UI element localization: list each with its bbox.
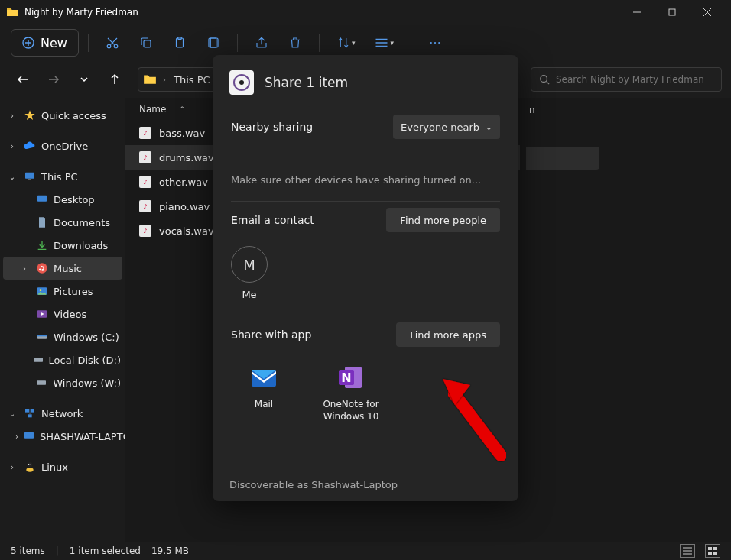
navigation-pane: ›Quick access ›OneDrive ⌄This PC Desktop… [0, 98, 125, 542]
delete-button[interactable] [281, 29, 310, 57]
onenote-icon: N [336, 362, 366, 393]
titlebar: Night by Marty Friedman [0, 0, 731, 24]
forward-button[interactable] [40, 66, 67, 93]
svg-rect-32 [708, 547, 712, 550]
column-name-label: Name [139, 104, 166, 115]
sidebar-label: Windows (W:) [53, 377, 121, 389]
svg-rect-24 [25, 409, 29, 413]
breadcrumb-this-pc[interactable]: This PC [172, 74, 212, 86]
documents-icon [35, 215, 49, 229]
sidebar-item-pictures[interactable]: Pictures [0, 280, 125, 303]
svg-rect-34 [708, 552, 712, 555]
sidebar-item-windows-c[interactable]: Windows (C:) [0, 325, 125, 348]
sidebar-item-music[interactable]: ›Music [3, 257, 122, 280]
more-button[interactable] [421, 29, 450, 57]
share-panel: Share 1 item Nearby sharing Everyone nea… [213, 55, 518, 501]
sidebar-item-videos[interactable]: Videos [0, 303, 125, 325]
svg-rect-0 [669, 9, 675, 15]
mail-icon [249, 362, 279, 393]
toolbar-separator [88, 34, 89, 52]
sidebar-item-onedrive[interactable]: ›OneDrive [0, 134, 125, 157]
back-button[interactable] [9, 66, 37, 93]
svg-point-12 [541, 76, 547, 83]
share-app-mail[interactable]: Mail [231, 362, 297, 422]
videos-icon [35, 307, 49, 321]
svg-point-11 [438, 42, 440, 44]
sort-button[interactable]: ▾ [329, 29, 363, 57]
svg-point-29 [26, 468, 33, 471]
share-button[interactable] [247, 29, 276, 57]
sidebar-item-documents[interactable]: Documents [0, 211, 125, 234]
toolbar-separator [411, 34, 411, 52]
drive-icon [32, 353, 44, 367]
sidebar-item-network[interactable]: ⌄Network [0, 402, 125, 425]
contact-me[interactable]: M Me [231, 246, 268, 300]
drive-icon [35, 330, 49, 344]
close-button[interactable] [690, 0, 725, 24]
cut-button[interactable] [98, 29, 127, 57]
pictures-icon [35, 284, 49, 298]
audio-file-icon: ♪ [139, 225, 151, 237]
find-more-people-button[interactable]: Find more people [386, 208, 500, 232]
sidebar-item-shashwat-laptop[interactable]: ›SHASHWAT-LAPTOP [0, 425, 125, 448]
window-title: Night by Marty Friedman [24, 7, 619, 18]
svg-point-30 [28, 464, 29, 465]
svg-point-9 [430, 42, 432, 44]
rename-button[interactable] [199, 29, 228, 57]
sidebar-item-windows-w[interactable]: Windows (W:) [0, 371, 125, 394]
svg-rect-23 [37, 380, 46, 384]
minimize-button[interactable] [619, 0, 655, 24]
find-more-apps-button[interactable]: Find more apps [396, 322, 500, 347]
secondary-column: n [520, 98, 731, 542]
pc-icon [23, 170, 37, 183]
sidebar-label: Windows (C:) [54, 332, 119, 343]
search-icon [539, 74, 550, 85]
svg-rect-22 [34, 358, 43, 361]
contact-name: Me [242, 289, 256, 300]
file-name: drums.wav [159, 152, 214, 163]
sidebar-item-this-pc[interactable]: ⌄This PC [0, 165, 125, 188]
chevron-down-icon: ⌄ [486, 122, 492, 132]
recent-button[interactable] [70, 66, 98, 93]
paste-button[interactable] [165, 29, 194, 57]
maximize-button[interactable] [655, 0, 690, 24]
sidebar-label: Pictures [54, 286, 93, 297]
sidebar-item-downloads[interactable]: Downloads [0, 234, 125, 257]
svg-text:N: N [341, 371, 351, 385]
up-button[interactable] [101, 66, 128, 93]
svg-point-10 [434, 42, 436, 44]
thumbnails-view-button[interactable] [705, 544, 720, 558]
share-app-onenote[interactable]: N OneNote for Windows 10 [318, 362, 384, 422]
copy-button[interactable] [132, 29, 161, 57]
svg-point-28 [28, 462, 33, 468]
search-box[interactable] [531, 67, 722, 92]
svg-rect-13 [25, 173, 34, 179]
svg-rect-27 [24, 432, 34, 439]
app-label: Mail [255, 399, 273, 411]
file-name: piano.wav [159, 201, 210, 212]
svg-rect-8 [210, 38, 216, 47]
svg-point-18 [40, 289, 42, 291]
svg-rect-26 [28, 414, 31, 417]
search-input[interactable] [556, 74, 713, 85]
music-icon [35, 261, 49, 275]
svg-point-16 [37, 263, 47, 273]
sidebar-item-quick-access[interactable]: ›Quick access [0, 104, 125, 127]
downloads-icon [35, 238, 49, 252]
selected-row-strip [526, 147, 599, 170]
column-header-other[interactable]: n [520, 98, 731, 122]
status-item-count: 5 items [11, 545, 45, 556]
audio-file-icon: ♪ [139, 127, 151, 139]
svg-point-2 [107, 44, 111, 48]
sidebar-item-desktop[interactable]: Desktop [0, 188, 125, 211]
svg-rect-35 [713, 552, 717, 555]
sidebar-label: SHASHWAT-LAPTOP [40, 431, 125, 442]
svg-rect-14 [28, 179, 31, 180]
nearby-sharing-select[interactable]: Everyone nearb ⌄ [393, 115, 500, 139]
sidebar-item-local-d[interactable]: Local Disk (D:) [0, 348, 125, 371]
details-view-button[interactable] [680, 544, 695, 558]
new-button[interactable]: New [11, 29, 79, 57]
view-button[interactable]: ▾ [367, 29, 401, 57]
status-separator: | [56, 545, 59, 556]
sidebar-item-linux[interactable]: ›Linux [0, 455, 125, 478]
